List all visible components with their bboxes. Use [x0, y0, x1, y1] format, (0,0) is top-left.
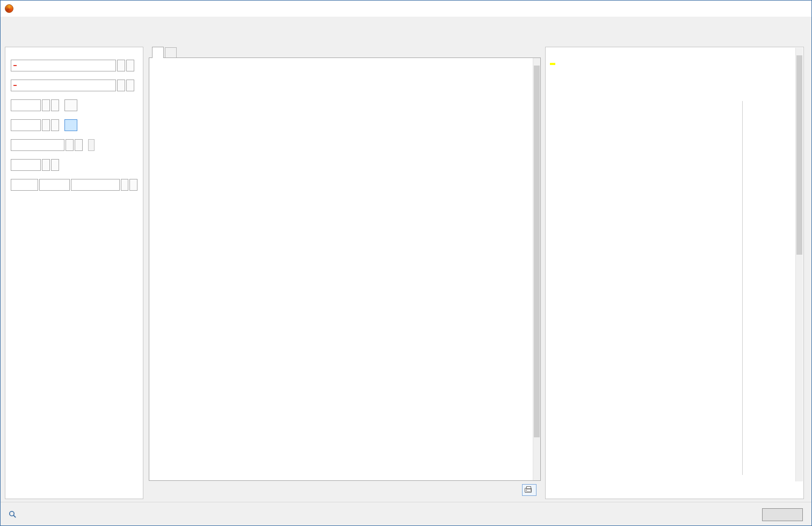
- zoom-button[interactable]: [6, 508, 19, 521]
- design-situation-next-button[interactable]: [126, 60, 134, 71]
- loading-prev-button[interactable]: [117, 80, 125, 91]
- scroll-thumb[interactable]: [796, 55, 802, 255]
- formula-body: [550, 52, 795, 479]
- window-controls: [741, 1, 811, 17]
- formula-scrollbar[interactable]: [795, 48, 803, 481]
- stress-point-select[interactable]: [11, 159, 41, 171]
- member-set-next-button[interactable]: [51, 99, 59, 111]
- close-dialog-button[interactable]: [762, 508, 803, 521]
- design-ratio-box: [39, 179, 70, 191]
- scroll-thumb[interactable]: [534, 66, 540, 437]
- pick-member-set-button[interactable]: [64, 99, 77, 111]
- formula-panel: [545, 47, 804, 499]
- design-type-highlight: [550, 63, 555, 65]
- tab-nachweisdetails[interactable]: [152, 47, 164, 58]
- scroll-down-icon[interactable]: [796, 474, 803, 481]
- minimize-button[interactable]: [741, 1, 764, 17]
- menu-bar: [1, 17, 811, 28]
- display-panel: [5, 47, 143, 499]
- tab-nachweise-an-stelle[interactable]: [165, 47, 177, 58]
- scroll-up-icon[interactable]: [796, 48, 803, 55]
- member-prev-button[interactable]: [42, 119, 50, 131]
- gzt-badge: [13, 65, 17, 66]
- design-situation-prev-button[interactable]: [117, 60, 125, 71]
- reference-divider: [742, 101, 743, 475]
- details-table-body: [149, 58, 533, 480]
- loading-select[interactable]: [11, 80, 116, 91]
- details-scrollbar[interactable]: [533, 58, 540, 480]
- member-next-button[interactable]: [51, 119, 59, 131]
- member-set-prev-button[interactable]: [42, 99, 50, 111]
- status-bar: [1, 502, 811, 525]
- design-prev-button[interactable]: [121, 179, 129, 191]
- loading-next-button[interactable]: [126, 80, 134, 91]
- design-next-button[interactable]: [129, 179, 137, 191]
- printer-icon: [525, 488, 532, 493]
- scroll-down-icon[interactable]: [533, 473, 540, 480]
- export-table-button[interactable]: [522, 484, 536, 496]
- details-table: [149, 57, 541, 481]
- close-button[interactable]: [788, 1, 811, 17]
- tab-bar: [149, 47, 541, 57]
- location-prev-button[interactable]: [66, 139, 74, 151]
- design-code-box: [11, 179, 38, 191]
- design-situation-select[interactable]: [11, 60, 116, 71]
- stress-point-next-button[interactable]: [51, 159, 59, 171]
- design-type-select[interactable]: [71, 179, 119, 191]
- stress-point-prev-button[interactable]: [42, 159, 50, 171]
- scroll-up-icon[interactable]: [533, 58, 540, 66]
- details-panel: [149, 47, 541, 499]
- location-select[interactable]: [11, 139, 64, 151]
- menu-optionen[interactable]: [11, 21, 20, 24]
- relative-location-button[interactable]: [88, 139, 95, 151]
- member-set-select[interactable]: [11, 99, 41, 111]
- magnifier-icon: [9, 510, 17, 518]
- scale-button[interactable]: [22, 508, 35, 521]
- location-next-button[interactable]: [75, 139, 83, 151]
- details-footer: [149, 481, 541, 499]
- title-bar: [1, 1, 811, 17]
- app-window: [0, 0, 812, 526]
- toolbar: [1, 28, 811, 45]
- member-select[interactable]: [11, 119, 41, 131]
- maximize-button[interactable]: [764, 1, 788, 17]
- gzt-badge: [13, 85, 17, 86]
- app-icon: [5, 4, 13, 13]
- pick-member-button[interactable]: [64, 119, 77, 131]
- menu-ansicht[interactable]: [3, 21, 11, 24]
